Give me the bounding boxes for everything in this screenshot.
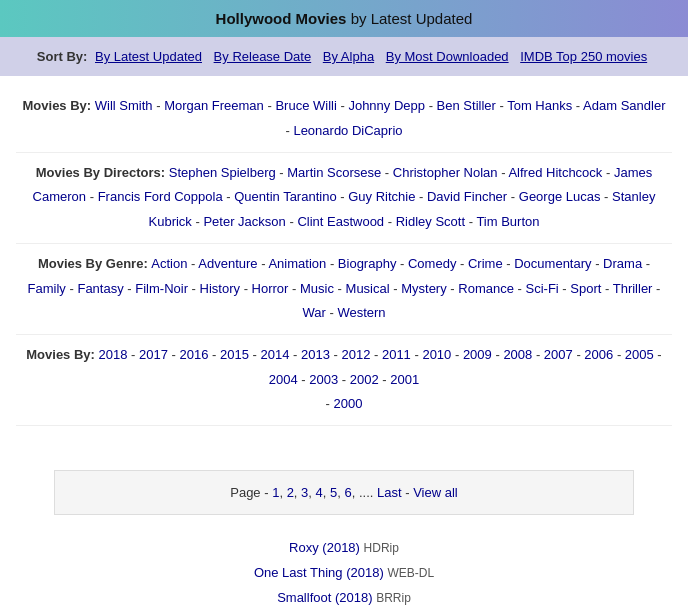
year-2013[interactable]: 2013: [301, 347, 330, 362]
director-scott[interactable]: Ridley Scott: [396, 214, 465, 229]
director-tarantino[interactable]: Quentin Tarantino: [234, 189, 336, 204]
movies-by-genre-section: Movies By Genre: Action - Adventure - An…: [16, 244, 672, 335]
movie-roxy-quality: HDRip: [364, 541, 399, 555]
year-2012[interactable]: 2012: [341, 347, 370, 362]
pagination-box: Page - 1, 2, 3, 4, 5, 6, .... Last - Vie…: [54, 470, 634, 515]
director-scorsese[interactable]: Martin Scorsese: [287, 165, 381, 180]
page-header: Hollywood Movies by Latest Updated: [0, 0, 688, 37]
director-jackson[interactable]: Peter Jackson: [203, 214, 285, 229]
year-2001[interactable]: 2001: [390, 372, 419, 387]
genre-thriller[interactable]: Thriller: [613, 281, 653, 296]
year-2004[interactable]: 2004: [269, 372, 298, 387]
movies-list: Roxy (2018) HDRip One Last Thing (2018) …: [16, 529, 672, 611]
year-2010[interactable]: 2010: [422, 347, 451, 362]
movie-smallfoot-quality: BRRip: [376, 591, 411, 605]
year-2011[interactable]: 2011: [382, 347, 411, 362]
sort-release-date[interactable]: By Release Date: [214, 49, 312, 64]
genre-musical[interactable]: Musical: [346, 281, 390, 296]
sort-bar: Sort By: By Latest Updated By Release Da…: [0, 37, 688, 76]
genre-sport[interactable]: Sport: [570, 281, 601, 296]
movies-by-year-section: Movies By: 2018 - 2017 - 2016 - 2015 - 2…: [16, 335, 672, 426]
year-2007[interactable]: 2007: [544, 347, 573, 362]
actor-tom-hanks[interactable]: Tom Hanks: [507, 98, 572, 113]
movie-item: One Last Thing (2018) WEB-DL: [16, 560, 672, 585]
year-2008[interactable]: 2008: [503, 347, 532, 362]
year-2003[interactable]: 2003: [309, 372, 338, 387]
movie-smallfoot[interactable]: Smallfoot (2018): [277, 590, 372, 605]
movie-item: Smallfoot (2018) BRRip: [16, 585, 672, 610]
director-burton[interactable]: Tim Burton: [476, 214, 539, 229]
genre-drama[interactable]: Drama: [603, 256, 642, 271]
genre-western[interactable]: Western: [337, 305, 385, 320]
movies-by-actors-section: Movies By: Will Smith - Morgan Freeman -…: [16, 86, 672, 152]
spacer: [16, 426, 672, 456]
genre-comedy[interactable]: Comedy: [408, 256, 456, 271]
year-2000[interactable]: 2000: [334, 396, 363, 411]
year-2015[interactable]: 2015: [220, 347, 249, 362]
director-fincher[interactable]: David Fincher: [427, 189, 507, 204]
genre-adventure[interactable]: Adventure: [198, 256, 257, 271]
actor-adam-sandler[interactable]: Adam Sandler: [583, 98, 665, 113]
director-eastwood[interactable]: Clint Eastwood: [297, 214, 384, 229]
page-6[interactable]: 6: [345, 485, 352, 500]
sort-most-downloaded[interactable]: By Most Downloaded: [386, 49, 509, 64]
sort-imdb-top250[interactable]: IMDB Top 250 movies: [520, 49, 647, 64]
movie-item: Roxy (2018) HDRip: [16, 535, 672, 560]
page-2[interactable]: 2: [287, 485, 294, 500]
genre-action[interactable]: Action: [151, 256, 187, 271]
genre-documentary[interactable]: Documentary: [514, 256, 591, 271]
actor-will-smith[interactable]: Will Smith: [95, 98, 153, 113]
year-2006[interactable]: 2006: [584, 347, 613, 362]
director-lucas[interactable]: George Lucas: [519, 189, 601, 204]
header-title: Hollywood Movies: [216, 10, 347, 27]
genre-horror[interactable]: Horror: [252, 281, 289, 296]
year-2009[interactable]: 2009: [463, 347, 492, 362]
year-2017[interactable]: 2017: [139, 347, 168, 362]
actor-johnny-depp[interactable]: Johnny Depp: [348, 98, 425, 113]
movies-by-directors-section: Movies By Directors: Stephen Spielberg -…: [16, 153, 672, 244]
genre-mystery[interactable]: Mystery: [401, 281, 447, 296]
genre-scifi[interactable]: Sci-Fi: [526, 281, 559, 296]
year-2016[interactable]: 2016: [180, 347, 209, 362]
movie-roxy[interactable]: Roxy (2018): [289, 540, 360, 555]
sort-alpha[interactable]: By Alpha: [323, 49, 374, 64]
year-2014[interactable]: 2014: [260, 347, 289, 362]
header-subtitle: by Latest Updated: [351, 10, 473, 27]
movie-one-last-thing[interactable]: One Last Thing (2018): [254, 565, 384, 580]
directors-label: Movies By Directors:: [36, 165, 169, 180]
genre-biography[interactable]: Biography: [338, 256, 397, 271]
director-spielberg[interactable]: Stephen Spielberg: [169, 165, 276, 180]
page-last[interactable]: Last: [377, 485, 402, 500]
director-nolan[interactable]: Christopher Nolan: [393, 165, 498, 180]
actor-leonardo-dicaprio[interactable]: Leonardo DiCaprio: [293, 123, 402, 138]
sort-label: Sort By:: [37, 49, 91, 64]
sort-latest-updated[interactable]: By Latest Updated: [95, 49, 202, 64]
genre-fantasy[interactable]: Fantasy: [77, 281, 123, 296]
page-4[interactable]: 4: [316, 485, 323, 500]
genre-family[interactable]: Family: [28, 281, 66, 296]
page-view-all[interactable]: View all: [413, 485, 458, 500]
actor-bruce-willi[interactable]: Bruce Willi: [275, 98, 336, 113]
director-hitchcock[interactable]: Alfred Hitchcock: [508, 165, 602, 180]
actors-label: Movies By:: [23, 98, 95, 113]
actor-morgan-freeman[interactable]: Morgan Freeman: [164, 98, 264, 113]
year-2002[interactable]: 2002: [350, 372, 379, 387]
genre-crime[interactable]: Crime: [468, 256, 503, 271]
director-ritchie[interactable]: Guy Ritchie: [348, 189, 415, 204]
genre-war[interactable]: War: [302, 305, 325, 320]
actor-ben-stiller[interactable]: Ben Stiller: [437, 98, 496, 113]
year-2005[interactable]: 2005: [625, 347, 654, 362]
year-2018[interactable]: 2018: [99, 347, 128, 362]
director-coppola[interactable]: Francis Ford Coppola: [98, 189, 223, 204]
page-label: Page -: [230, 485, 272, 500]
content-area: Movies By: Will Smith - Morgan Freeman -…: [0, 76, 688, 611]
year-label: Movies By:: [26, 347, 98, 362]
genre-filmnoir[interactable]: Film-Noir: [135, 281, 188, 296]
genre-romance[interactable]: Romance: [458, 281, 514, 296]
genre-label: Movies By Genre:: [38, 256, 151, 271]
genre-history[interactable]: History: [200, 281, 240, 296]
movie-one-last-thing-quality: WEB-DL: [387, 566, 434, 580]
genre-music[interactable]: Music: [300, 281, 334, 296]
genre-animation[interactable]: Animation: [268, 256, 326, 271]
